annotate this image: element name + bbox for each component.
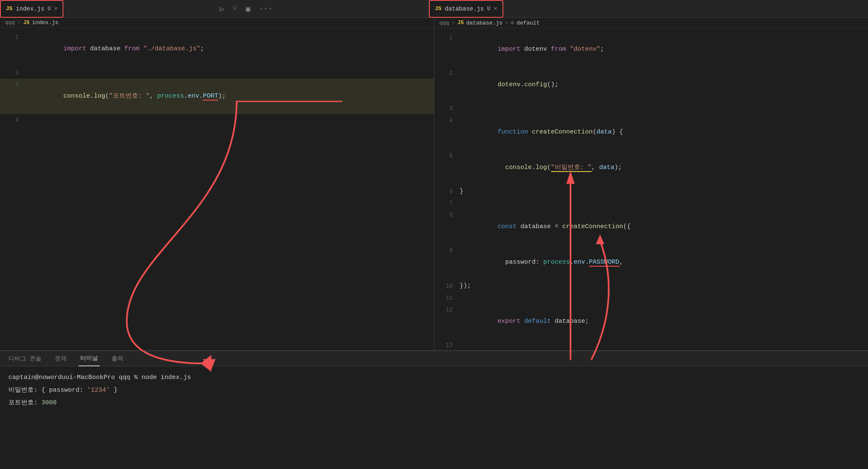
line-num-left-1: 1 <box>0 31 25 43</box>
line-content-right-10: }); <box>460 280 868 292</box>
breadcrumb-sep2-right: > <box>505 20 508 26</box>
top-bar: JS index.js U × ▷ ⑂ ▣ ··· JS database.js… <box>0 0 868 18</box>
line-content-right-3 <box>460 103 868 115</box>
code-line-left-3: 3 console.log("포트번호: ", process.env.PORT… <box>0 79 434 114</box>
line-content-left-1: import database from "./database.js"; <box>25 31 434 67</box>
line-content-right-1: import dotenv from "dotenv"; <box>460 32 868 67</box>
code-line-right-2: 2 dotenv.config(); <box>434 67 868 103</box>
code-line-right-9: 9 password: process.env.PASSWORD, <box>434 245 868 280</box>
js-icon-left: JS <box>6 5 13 12</box>
code-line-left-1: 1 import database from "./database.js"; <box>0 31 434 67</box>
line-content-left-4 <box>25 114 434 126</box>
more-icon[interactable]: ··· <box>259 5 272 13</box>
line-content-right-7 <box>460 197 868 209</box>
tab-modified-right: U <box>487 6 490 12</box>
editors-container: qqq > JS index.js 1 import database from… <box>0 18 868 351</box>
line-num-right-6: 6 <box>434 185 460 197</box>
line-num-right-4: 4 <box>434 115 460 126</box>
code-line-right-12: 12 export default database; <box>434 304 868 339</box>
tab-problems[interactable]: 문제 <box>53 351 68 366</box>
line-content-right-13 <box>460 339 868 350</box>
line-content-right-8: const database = createConnection({ <box>460 209 868 245</box>
line-num-right-8: 8 <box>434 209 460 221</box>
terminal-line-1: captain@noworduui-MacBookPro qqq % node … <box>8 371 860 384</box>
line-num-left-2: 2 <box>0 67 25 79</box>
breadcrumb-file-right: database.js <box>466 20 502 26</box>
breadcrumb-folder-right: qqq <box>439 20 449 26</box>
line-content-right-4: function createConnection(data) { <box>460 115 868 150</box>
tab-debug-console[interactable]: 디버그 콘솔 <box>7 351 43 366</box>
run-icon[interactable]: ▷ <box>220 4 224 14</box>
tab-modified-left: U <box>48 6 51 12</box>
tab-close-right[interactable]: × <box>494 5 497 12</box>
tab-database-js[interactable]: JS database.js U × <box>429 0 503 18</box>
right-editor-pane: qqq > JS database.js > ⊙ default 1 impor… <box>434 18 868 350</box>
toolbar-left: ▷ ⑂ ▣ ··· <box>63 4 428 14</box>
terminal-line-2: 비밀번호: { password: '1234' } <box>8 384 860 397</box>
line-num-right-10: 10 <box>434 280 460 292</box>
code-line-right-7: 7 <box>434 197 868 209</box>
line-num-right-7: 7 <box>434 197 460 209</box>
code-line-right-10: 10 }); <box>434 280 868 292</box>
code-line-right-6: 6 } <box>434 185 868 197</box>
terminal-panel: 디버그 콘솔 문제 터미널 출력 captain@noworduui-MacBo… <box>0 351 868 469</box>
split-icon[interactable]: ▣ <box>246 4 250 14</box>
code-line-right-11: 11 <box>434 292 868 304</box>
right-code-area: 1 import dotenv from "dotenv"; 2 dotenv.… <box>434 28 868 350</box>
line-num-left-3: 3 <box>0 79 25 90</box>
breadcrumb-file-left: index.js <box>32 19 58 26</box>
line-num-right-12: 12 <box>434 304 460 316</box>
tab-output[interactable]: 출력 <box>110 351 125 366</box>
line-content-right-12: export default database; <box>460 304 868 339</box>
code-line-left-2: 2 <box>0 67 434 79</box>
line-num-right-9: 9 <box>434 245 460 256</box>
left-breadcrumb: qqq > JS index.js <box>0 18 434 28</box>
code-line-left-4: 4 <box>0 114 434 126</box>
line-num-right-3: 3 <box>434 103 460 115</box>
breadcrumb-sep1-left: > <box>17 19 21 26</box>
code-line-right-13: 13 <box>434 339 868 350</box>
left-code-area: 1 import database from "./database.js"; … <box>0 28 434 350</box>
line-num-right-2: 2 <box>434 67 460 79</box>
line-num-right-11: 11 <box>434 292 460 304</box>
right-breadcrumb: qqq > JS database.js > ⊙ default <box>434 18 868 28</box>
breadcrumb-symbol-icon: ⊙ <box>511 19 514 26</box>
line-content-right-5: console.log("비밀번호: ", data); <box>460 150 868 185</box>
terminal-tab-bar: 디버그 콘솔 문제 터미널 출력 <box>0 351 868 366</box>
tab-name-right: database.js <box>445 5 484 12</box>
line-content-left-3: console.log("포트번호: ", process.env.PORT); <box>25 79 434 114</box>
breadcrumb-sep1-right: > <box>452 20 455 26</box>
tab-close-left[interactable]: × <box>54 5 57 12</box>
line-content-right-6: } <box>460 185 868 197</box>
code-line-right-8: 8 const database = createConnection({ <box>434 209 868 245</box>
line-num-right-5: 5 <box>434 150 460 162</box>
line-num-right-13: 13 <box>434 339 460 350</box>
line-content-right-9: password: process.env.PASSWORD, <box>460 245 868 280</box>
line-num-left-4: 4 <box>0 114 25 126</box>
branch-icon[interactable]: ⑂ <box>232 5 237 13</box>
terminal-line-3: 포트번호: 3000 <box>8 397 860 409</box>
code-line-right-4: 4 function createConnection(data) { <box>434 115 868 150</box>
line-num-right-1: 1 <box>434 32 460 44</box>
tab-index-js[interactable]: JS index.js U × <box>0 0 63 18</box>
tab-terminal[interactable]: 터미널 <box>79 351 100 366</box>
line-content-right-2: dotenv.config(); <box>460 67 868 103</box>
code-line-right-5: 5 console.log("비밀번호: ", data); <box>434 150 868 185</box>
code-line-right-1: 1 import dotenv from "dotenv"; <box>434 32 868 67</box>
left-editor-pane: qqq > JS index.js 1 import database from… <box>0 18 434 350</box>
breadcrumb-js-right: JS <box>458 20 464 26</box>
line-content-left-2 <box>25 67 434 79</box>
breadcrumb-symbol-right: default <box>517 20 540 26</box>
breadcrumb-js-left: JS <box>23 20 29 26</box>
line-content-right-11 <box>460 292 868 304</box>
tab-name-left: index.js <box>16 5 44 12</box>
terminal-content: captain@noworduui-MacBookPro qqq % node … <box>0 366 868 469</box>
breadcrumb-folder-left: qqq <box>5 19 15 26</box>
code-line-right-3: 3 <box>434 103 868 115</box>
js-icon-right: JS <box>435 5 442 12</box>
